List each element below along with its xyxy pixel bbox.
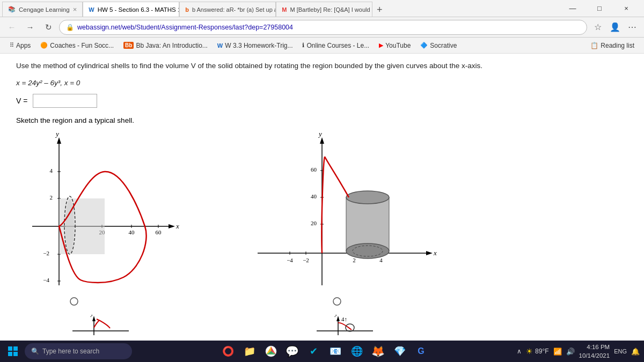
tab-label-cengage: Cengage Learning bbox=[19, 6, 70, 13]
graphs-row: y x 4 2 −2 −4 20 40 60 bbox=[16, 130, 628, 314]
sketch-label: Sketch the region and a typical shell. bbox=[16, 116, 628, 124]
refresh-button[interactable]: ↻ bbox=[41, 20, 56, 35]
page-content: Use the method of cylindrical shells to … bbox=[0, 54, 644, 341]
tab-answered[interactable]: b b Answered: aR- *br (a) Set up an i × bbox=[179, 2, 276, 17]
svg-text:60: 60 bbox=[156, 229, 162, 235]
volume-input[interactable] bbox=[33, 94, 97, 108]
svg-text:20: 20 bbox=[311, 220, 317, 226]
search-placeholder: Type here to search bbox=[42, 348, 99, 355]
minimize-button[interactable]: — bbox=[560, 0, 585, 17]
taskbar-check[interactable]: ✔ bbox=[305, 343, 323, 360]
youtube-favicon: ▶ bbox=[379, 42, 383, 49]
title-bar: 📚 Cengage Learning × W HW 5 - Section 6.… bbox=[0, 0, 644, 17]
svg-rect-60 bbox=[13, 346, 18, 351]
tab-group: 📚 Cengage Learning × W HW 5 - Section 6.… bbox=[2, 0, 560, 17]
taskbar-cortana[interactable]: ⭕ bbox=[219, 343, 237, 360]
svg-text:4: 4 bbox=[379, 257, 383, 263]
bookmark-socrative[interactable]: 🔷 Socrative bbox=[416, 40, 461, 51]
forward-button[interactable]: → bbox=[23, 20, 38, 35]
start-button[interactable] bbox=[4, 343, 21, 360]
bookmark-online-courses[interactable]: ℹ Online Courses - Le... bbox=[298, 40, 374, 51]
reading-list-button[interactable]: 📋 Reading list bbox=[586, 40, 639, 51]
profile-button[interactable]: 👤 bbox=[608, 20, 623, 35]
taskbar-clock: 4:16 PM 10/14/2021 bbox=[579, 343, 610, 360]
taskbar-search[interactable]: 🔍 Type here to search bbox=[25, 343, 132, 359]
bookmark-homework[interactable]: W W 3.3 Homework-Trig... bbox=[213, 40, 297, 51]
graph1-container: y x 4 2 −2 −4 20 40 60 bbox=[16, 130, 182, 314]
chevron-up-icon[interactable]: ∧ bbox=[517, 348, 522, 355]
taskbar-firefox[interactable]: 🦊 bbox=[370, 343, 387, 360]
settings-button[interactable]: ⋯ bbox=[625, 20, 640, 35]
bookmark-apps[interactable]: ⠿ Apps bbox=[5, 40, 35, 51]
svg-point-48 bbox=[333, 298, 341, 305]
bookmark-youtube-label: YouTube bbox=[385, 42, 411, 49]
weather-icon: ☀ bbox=[526, 347, 533, 356]
svg-text:−2: −2 bbox=[43, 250, 49, 256]
svg-marker-27 bbox=[426, 251, 433, 255]
apps-favicon: ⠿ bbox=[10, 42, 14, 49]
problem-instruction: Use the method of cylindrical shells to … bbox=[16, 60, 628, 72]
taskbar-chrome[interactable] bbox=[262, 343, 280, 360]
svg-rect-62 bbox=[13, 352, 18, 356]
taskbar-weather: ☀ 89°F bbox=[526, 347, 548, 356]
svg-text:−4: −4 bbox=[43, 277, 49, 283]
new-tab-button[interactable]: + bbox=[372, 3, 386, 17]
bookmark-coaches[interactable]: 🟠 Coaches - Fun Socc... bbox=[36, 40, 118, 51]
tab-cengage[interactable]: 📚 Cengage Learning × bbox=[2, 2, 83, 17]
close-button[interactable]: × bbox=[614, 0, 639, 17]
graph2-container: y x 60 40 20 −4 −2 2 4 bbox=[247, 130, 440, 314]
svg-text:2: 2 bbox=[353, 257, 356, 263]
instruction-text: Use the method of cylindrical shells to … bbox=[16, 62, 482, 70]
tab-favicon-hw5: W bbox=[89, 6, 94, 13]
svg-text:y: y bbox=[55, 130, 59, 138]
search-icon: 🔍 bbox=[31, 348, 39, 355]
svg-text:4↑: 4↑ bbox=[341, 316, 347, 322]
chrome-icon bbox=[265, 345, 277, 357]
svg-point-23 bbox=[70, 298, 78, 305]
close-tab-cengage[interactable]: × bbox=[73, 5, 77, 13]
address-bar[interactable]: 🔒 webassign.net/web/Student/Assignment-R… bbox=[59, 20, 587, 35]
coaches-favicon: 🟠 bbox=[40, 42, 48, 49]
svg-text:40: 40 bbox=[129, 229, 135, 235]
maximize-button[interactable]: □ bbox=[587, 0, 612, 17]
taskbar-google[interactable]: G bbox=[413, 343, 430, 360]
taskbar-whatsapp[interactable]: 💬 bbox=[284, 343, 301, 360]
sketch-label-text: Sketch the region and a typical shell. bbox=[16, 116, 134, 124]
svg-text:60: 60 bbox=[311, 166, 317, 173]
graph2-svg: y x 60 40 20 −4 −2 2 4 bbox=[247, 130, 440, 312]
weather-temp: 89°F bbox=[535, 348, 548, 355]
answer-row: V = bbox=[16, 94, 628, 108]
taskbar-dropbox[interactable]: 💎 bbox=[391, 343, 408, 360]
address-text: webassign.net/web/Student/Assignment-Res… bbox=[77, 24, 580, 31]
taskbar-edge[interactable]: 🌐 bbox=[348, 343, 365, 360]
bookmark-youtube[interactable]: ▶ YouTube bbox=[375, 40, 415, 51]
svg-rect-59 bbox=[8, 346, 12, 351]
bookmark-java-label: Bb Java: An Introductio... bbox=[136, 42, 207, 49]
taskbar-file-explorer[interactable]: 📁 bbox=[241, 343, 258, 360]
tab-label-hw5: HW 5 - Section 6.3 - MATHS 122 bbox=[98, 6, 180, 13]
tab-favicon-cengage: 📚 bbox=[8, 6, 16, 13]
favorites-button[interactable]: ☆ bbox=[590, 20, 605, 35]
tab-favicon-answered: b bbox=[185, 6, 189, 13]
reading-list-icon: 📋 bbox=[590, 42, 598, 49]
notification-icon[interactable]: 🔔 bbox=[631, 348, 640, 356]
svg-text:x: x bbox=[175, 222, 179, 230]
tab-hw5[interactable]: W HW 5 - Section 6.3 - MATHS 122 × bbox=[83, 2, 179, 17]
windows-icon bbox=[8, 346, 18, 357]
svg-text:−4: −4 bbox=[287, 257, 293, 263]
taskbar-email[interactable]: 📧 bbox=[327, 343, 344, 360]
bottom-graphs-hint: y y 4↑ bbox=[16, 315, 628, 338]
lock-icon: 🔒 bbox=[66, 24, 74, 31]
back-button[interactable]: ← bbox=[4, 20, 19, 35]
svg-rect-61 bbox=[8, 352, 12, 356]
tab-bartleby[interactable]: M M [Bartleby] Re: [Q&A] I would like × bbox=[276, 2, 372, 17]
language-display: ENG bbox=[614, 348, 627, 354]
window-controls: — □ × bbox=[560, 0, 642, 17]
svg-text:x: x bbox=[433, 249, 437, 257]
bookmark-java[interactable]: Bb Bb Java: An Introductio... bbox=[119, 40, 212, 51]
equation-formula: x = 24y² – 6y³, x = 0 bbox=[16, 79, 80, 87]
bookmark-socrative-label: Socrative bbox=[430, 42, 457, 49]
svg-text:2: 2 bbox=[50, 194, 53, 201]
bottom-graph1-svg: y bbox=[67, 315, 131, 336]
bookmark-homework-label: W 3.3 Homework-Trig... bbox=[225, 42, 292, 49]
